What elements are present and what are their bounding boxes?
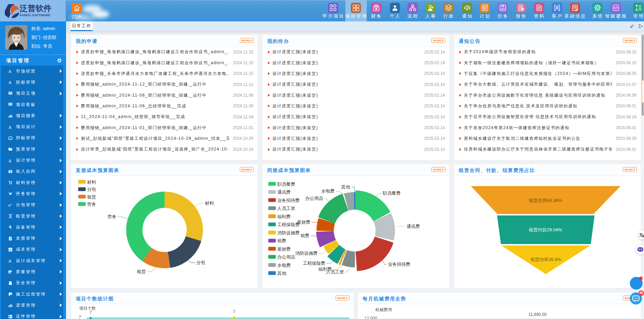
svg-text:租赁付款29.04%: 租赁付款29.04% — [529, 227, 562, 232]
svg-text:12,000: 12,000 — [364, 316, 377, 319]
svg-text:租赁结算26.6%: 租赁结算26.6% — [531, 257, 561, 262]
svg-text:A: A — [642, 234, 644, 238]
svg-text:x: x — [8, 203, 10, 207]
svg-text:消防设施费: 消防设施费 — [277, 230, 300, 235]
svg-text:消防设施费: 消防设施费 — [295, 251, 318, 256]
svg-text:A: A — [8, 125, 11, 129]
svg-text:A: A — [8, 69, 11, 74]
svg-text:水电费: 水电费 — [321, 188, 335, 194]
svg-text:税费: 税费 — [277, 238, 286, 243]
svg-text:劳务: 劳务 — [108, 214, 116, 219]
svg-text:泛普软件: 泛普软件 — [19, 4, 52, 13]
svg-text:7: 7 — [90, 310, 92, 315]
svg-text:2: 2 — [11, 203, 12, 205]
svg-text:7: 7 — [233, 309, 235, 314]
svg-text:工程保险费: 工程保险费 — [277, 222, 300, 227]
svg-text:材料: 材料 — [87, 180, 96, 185]
svg-text:职员餐费: 职员餐费 — [382, 191, 401, 196]
svg-text:项目个数: 项目个数 — [79, 306, 96, 311]
svg-text:租赁: 租赁 — [87, 194, 96, 200]
svg-text:机械费用: 机械费用 — [375, 307, 392, 312]
svg-text:A: A — [8, 80, 11, 85]
svg-text:职员餐费: 职员餐费 — [277, 182, 295, 187]
svg-text:办公用品: 办公用品 — [277, 254, 295, 260]
svg-text:业务招待费: 业务招待费 — [388, 262, 410, 267]
svg-text:材料: 材料 — [205, 201, 214, 206]
svg-text:通讯费: 通讯费 — [277, 190, 291, 195]
svg-text:人员工资: 人员工资 — [277, 206, 295, 211]
svg-text:其他: 其他 — [277, 271, 287, 276]
svg-text:差旅费: 差旅费 — [277, 246, 291, 252]
svg-text:水电费: 水电费 — [277, 263, 291, 268]
svg-text:办公用品: 办公用品 — [305, 196, 323, 201]
svg-text:通讯费: 通讯费 — [407, 224, 420, 229]
svg-text:税费: 税费 — [300, 233, 309, 238]
svg-text:工程保险费: 工程保险费 — [303, 261, 325, 266]
svg-text:分包: 分包 — [87, 187, 96, 192]
svg-text:其他: 其他 — [341, 184, 351, 190]
svg-text:租赁合同44.36%: 租赁合同44.36% — [529, 198, 562, 203]
svg-text:业务招待费: 业务招待费 — [277, 198, 300, 203]
svg-text:福利费: 福利费 — [318, 267, 332, 272]
svg-text:福利费: 福利费 — [277, 214, 291, 219]
svg-text:劳务: 劳务 — [87, 202, 96, 207]
svg-text:FANPU SOFTWARE: FANPU SOFTWARE — [20, 13, 50, 17]
svg-text:分包: 分包 — [196, 260, 205, 265]
svg-text:A: A — [8, 259, 11, 263]
svg-text:A: A — [8, 158, 11, 163]
svg-text:租赁: 租赁 — [137, 269, 146, 274]
svg-text:11,690.00: 11,690.00 — [529, 312, 547, 317]
svg-text:7: 7 — [79, 315, 81, 319]
